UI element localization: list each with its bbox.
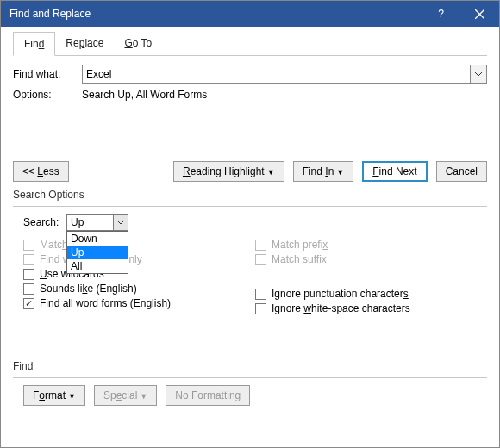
chevron-down-icon xyxy=(475,72,482,77)
divider xyxy=(13,377,487,378)
search-direction-caret[interactable] xyxy=(113,214,128,231)
options-text: Search Up, All Word Forms xyxy=(82,89,207,101)
sounds-like-checkbox[interactable]: Sounds like (English) xyxy=(23,283,255,295)
find-next-button[interactable]: Find Next xyxy=(362,161,427,182)
search-options-label: Search Options xyxy=(13,189,487,201)
tab-goto[interactable]: Go To xyxy=(114,32,162,55)
help-button[interactable]: ? xyxy=(422,1,460,27)
search-direction-label: Search: xyxy=(23,216,66,228)
all-word-forms-checkbox[interactable]: ✓Find all word forms (English) xyxy=(23,297,255,309)
chevron-down-icon: ▼ xyxy=(140,392,147,401)
match-case-checkbox: Match case xyxy=(23,239,255,251)
close-icon xyxy=(475,9,484,19)
find-what-input[interactable] xyxy=(82,65,470,84)
find-group-label: Find xyxy=(13,360,487,372)
tab-replace[interactable]: Replace xyxy=(55,32,114,55)
search-direction-list[interactable]: Down Up All xyxy=(66,231,128,274)
titlebar: Find and Replace ? xyxy=(1,1,499,27)
whole-words-checkbox: Find whole words only xyxy=(23,253,255,265)
find-replace-dialog: Find and Replace ? Find Replace Go To Fi… xyxy=(0,0,500,448)
search-direction-value[interactable] xyxy=(66,214,113,231)
tab-find[interactable]: Find xyxy=(13,32,55,56)
match-prefix-checkbox: Match prefix xyxy=(255,239,487,251)
wildcards-checkbox[interactable]: Use wildcards xyxy=(23,268,255,280)
cancel-button[interactable]: Cancel xyxy=(436,161,487,182)
search-direction-option-down[interactable]: Down xyxy=(67,232,128,246)
no-formatting-button: No Formatting xyxy=(166,385,250,406)
close-button[interactable] xyxy=(460,1,499,27)
find-what-label: Find what: xyxy=(13,68,82,80)
search-direction-option-all[interactable]: All xyxy=(67,259,128,273)
search-direction-dropdown[interactable] xyxy=(66,214,128,231)
chevron-down-icon: ▼ xyxy=(68,392,76,401)
less-button[interactable]: << Less xyxy=(13,161,69,182)
ignore-punctuation-checkbox[interactable]: Ignore punctuation characters xyxy=(255,288,487,300)
search-direction-option-up[interactable]: Up xyxy=(67,246,128,259)
find-what-combo[interactable] xyxy=(82,65,487,84)
ignore-whitespace-checkbox[interactable]: Ignore white-space characters xyxy=(255,302,487,314)
chevron-down-icon: ▼ xyxy=(267,168,275,177)
dialog-title: Find and Replace xyxy=(9,8,422,20)
reading-highlight-button[interactable]: Reading Highlight▼ xyxy=(173,161,284,182)
tab-strip: Find Replace Go To xyxy=(13,32,487,56)
chevron-down-icon: ▼ xyxy=(336,168,344,177)
special-button: Special▼ xyxy=(94,385,157,406)
match-suffix-checkbox: Match suffix xyxy=(255,253,487,265)
find-in-button[interactable]: Find In▼ xyxy=(293,161,354,182)
find-what-dropdown[interactable] xyxy=(470,65,487,84)
chevron-down-icon xyxy=(117,221,124,225)
divider xyxy=(13,206,487,207)
format-button[interactable]: Format▼ xyxy=(23,385,85,406)
options-label: Options: xyxy=(13,89,82,101)
